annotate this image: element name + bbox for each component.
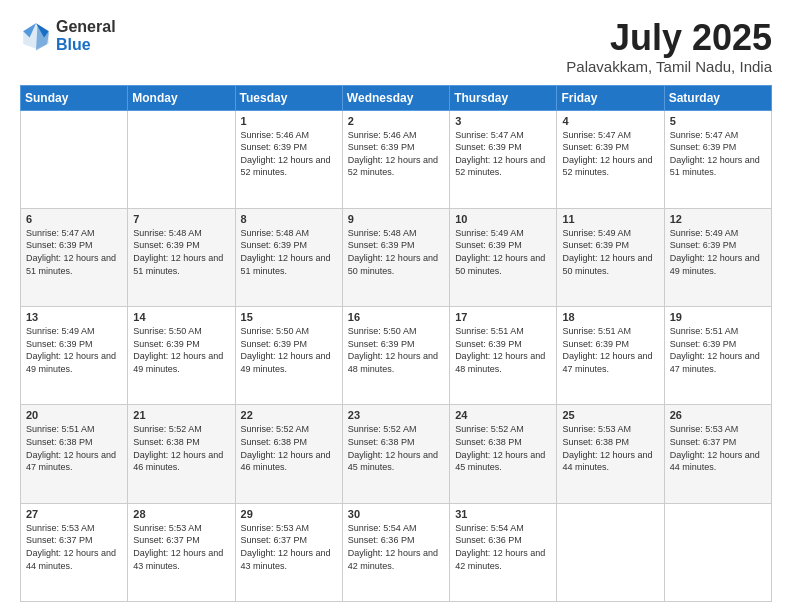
- calendar-cell: 15Sunrise: 5:50 AM Sunset: 6:39 PM Dayli…: [235, 307, 342, 405]
- day-info: Sunrise: 5:48 AM Sunset: 6:39 PM Dayligh…: [133, 227, 229, 277]
- day-info: Sunrise: 5:51 AM Sunset: 6:39 PM Dayligh…: [562, 325, 658, 375]
- calendar-cell: 9Sunrise: 5:48 AM Sunset: 6:39 PM Daylig…: [342, 208, 449, 306]
- calendar-cell: 13Sunrise: 5:49 AM Sunset: 6:39 PM Dayli…: [21, 307, 128, 405]
- calendar-cell: 31Sunrise: 5:54 AM Sunset: 6:36 PM Dayli…: [450, 503, 557, 601]
- day-number: 13: [26, 311, 122, 323]
- day-info: Sunrise: 5:51 AM Sunset: 6:38 PM Dayligh…: [26, 423, 122, 473]
- calendar-header-row: Sunday Monday Tuesday Wednesday Thursday…: [21, 85, 772, 110]
- day-number: 5: [670, 115, 766, 127]
- day-number: 19: [670, 311, 766, 323]
- col-header-sunday: Sunday: [21, 85, 128, 110]
- day-info: Sunrise: 5:49 AM Sunset: 6:39 PM Dayligh…: [26, 325, 122, 375]
- day-number: 30: [348, 508, 444, 520]
- calendar-week-row-1: 1Sunrise: 5:46 AM Sunset: 6:39 PM Daylig…: [21, 110, 772, 208]
- day-info: Sunrise: 5:47 AM Sunset: 6:39 PM Dayligh…: [26, 227, 122, 277]
- col-header-monday: Monday: [128, 85, 235, 110]
- day-info: Sunrise: 5:49 AM Sunset: 6:39 PM Dayligh…: [455, 227, 551, 277]
- day-info: Sunrise: 5:50 AM Sunset: 6:39 PM Dayligh…: [133, 325, 229, 375]
- day-info: Sunrise: 5:48 AM Sunset: 6:39 PM Dayligh…: [241, 227, 337, 277]
- day-number: 4: [562, 115, 658, 127]
- calendar-cell: [128, 110, 235, 208]
- calendar-table: Sunday Monday Tuesday Wednesday Thursday…: [20, 85, 772, 602]
- day-number: 17: [455, 311, 551, 323]
- day-info: Sunrise: 5:53 AM Sunset: 6:37 PM Dayligh…: [241, 522, 337, 572]
- calendar-cell: 2Sunrise: 5:46 AM Sunset: 6:39 PM Daylig…: [342, 110, 449, 208]
- calendar-cell: 25Sunrise: 5:53 AM Sunset: 6:38 PM Dayli…: [557, 405, 664, 503]
- day-info: Sunrise: 5:46 AM Sunset: 6:39 PM Dayligh…: [348, 129, 444, 179]
- logo-general-text: General: [56, 18, 116, 36]
- day-number: 22: [241, 409, 337, 421]
- calendar-cell: 28Sunrise: 5:53 AM Sunset: 6:37 PM Dayli…: [128, 503, 235, 601]
- day-number: 18: [562, 311, 658, 323]
- calendar-cell: 18Sunrise: 5:51 AM Sunset: 6:39 PM Dayli…: [557, 307, 664, 405]
- day-number: 31: [455, 508, 551, 520]
- calendar-week-row-2: 6Sunrise: 5:47 AM Sunset: 6:39 PM Daylig…: [21, 208, 772, 306]
- day-info: Sunrise: 5:50 AM Sunset: 6:39 PM Dayligh…: [348, 325, 444, 375]
- day-number: 10: [455, 213, 551, 225]
- calendar-cell: 24Sunrise: 5:52 AM Sunset: 6:38 PM Dayli…: [450, 405, 557, 503]
- day-info: Sunrise: 5:47 AM Sunset: 6:39 PM Dayligh…: [670, 129, 766, 179]
- calendar-cell: 8Sunrise: 5:48 AM Sunset: 6:39 PM Daylig…: [235, 208, 342, 306]
- calendar-cell: 10Sunrise: 5:49 AM Sunset: 6:39 PM Dayli…: [450, 208, 557, 306]
- calendar-cell: 1Sunrise: 5:46 AM Sunset: 6:39 PM Daylig…: [235, 110, 342, 208]
- day-number: 27: [26, 508, 122, 520]
- calendar-cell: 30Sunrise: 5:54 AM Sunset: 6:36 PM Dayli…: [342, 503, 449, 601]
- day-info: Sunrise: 5:50 AM Sunset: 6:39 PM Dayligh…: [241, 325, 337, 375]
- day-info: Sunrise: 5:52 AM Sunset: 6:38 PM Dayligh…: [133, 423, 229, 473]
- day-number: 2: [348, 115, 444, 127]
- calendar-cell: 19Sunrise: 5:51 AM Sunset: 6:39 PM Dayli…: [664, 307, 771, 405]
- day-number: 26: [670, 409, 766, 421]
- calendar-cell: [21, 110, 128, 208]
- calendar-week-row-5: 27Sunrise: 5:53 AM Sunset: 6:37 PM Dayli…: [21, 503, 772, 601]
- calendar-cell: 14Sunrise: 5:50 AM Sunset: 6:39 PM Dayli…: [128, 307, 235, 405]
- calendar-cell: 3Sunrise: 5:47 AM Sunset: 6:39 PM Daylig…: [450, 110, 557, 208]
- calendar-cell: 27Sunrise: 5:53 AM Sunset: 6:37 PM Dayli…: [21, 503, 128, 601]
- day-info: Sunrise: 5:49 AM Sunset: 6:39 PM Dayligh…: [670, 227, 766, 277]
- logo: General Blue: [20, 18, 116, 53]
- day-number: 25: [562, 409, 658, 421]
- day-number: 16: [348, 311, 444, 323]
- col-header-saturday: Saturday: [664, 85, 771, 110]
- month-year-title: July 2025: [566, 18, 772, 58]
- page: General Blue July 2025 Palavakkam, Tamil…: [0, 0, 792, 612]
- day-number: 1: [241, 115, 337, 127]
- col-header-tuesday: Tuesday: [235, 85, 342, 110]
- calendar-cell: [557, 503, 664, 601]
- day-number: 12: [670, 213, 766, 225]
- calendar-cell: 16Sunrise: 5:50 AM Sunset: 6:39 PM Dayli…: [342, 307, 449, 405]
- day-number: 11: [562, 213, 658, 225]
- calendar-cell: 12Sunrise: 5:49 AM Sunset: 6:39 PM Dayli…: [664, 208, 771, 306]
- day-info: Sunrise: 5:51 AM Sunset: 6:39 PM Dayligh…: [455, 325, 551, 375]
- calendar-cell: 21Sunrise: 5:52 AM Sunset: 6:38 PM Dayli…: [128, 405, 235, 503]
- day-number: 23: [348, 409, 444, 421]
- day-info: Sunrise: 5:53 AM Sunset: 6:37 PM Dayligh…: [133, 522, 229, 572]
- calendar-week-row-3: 13Sunrise: 5:49 AM Sunset: 6:39 PM Dayli…: [21, 307, 772, 405]
- calendar-cell: 20Sunrise: 5:51 AM Sunset: 6:38 PM Dayli…: [21, 405, 128, 503]
- day-number: 7: [133, 213, 229, 225]
- header: General Blue July 2025 Palavakkam, Tamil…: [20, 18, 772, 75]
- day-number: 20: [26, 409, 122, 421]
- day-number: 3: [455, 115, 551, 127]
- day-info: Sunrise: 5:53 AM Sunset: 6:37 PM Dayligh…: [670, 423, 766, 473]
- day-number: 21: [133, 409, 229, 421]
- calendar-cell: 11Sunrise: 5:49 AM Sunset: 6:39 PM Dayli…: [557, 208, 664, 306]
- col-header-thursday: Thursday: [450, 85, 557, 110]
- day-number: 28: [133, 508, 229, 520]
- day-info: Sunrise: 5:46 AM Sunset: 6:39 PM Dayligh…: [241, 129, 337, 179]
- day-info: Sunrise: 5:53 AM Sunset: 6:38 PM Dayligh…: [562, 423, 658, 473]
- col-header-friday: Friday: [557, 85, 664, 110]
- day-number: 14: [133, 311, 229, 323]
- day-info: Sunrise: 5:47 AM Sunset: 6:39 PM Dayligh…: [562, 129, 658, 179]
- logo-icon: [20, 20, 52, 52]
- col-header-wednesday: Wednesday: [342, 85, 449, 110]
- calendar-cell: 17Sunrise: 5:51 AM Sunset: 6:39 PM Dayli…: [450, 307, 557, 405]
- calendar-cell: 7Sunrise: 5:48 AM Sunset: 6:39 PM Daylig…: [128, 208, 235, 306]
- day-info: Sunrise: 5:47 AM Sunset: 6:39 PM Dayligh…: [455, 129, 551, 179]
- day-info: Sunrise: 5:49 AM Sunset: 6:39 PM Dayligh…: [562, 227, 658, 277]
- day-info: Sunrise: 5:54 AM Sunset: 6:36 PM Dayligh…: [455, 522, 551, 572]
- day-number: 6: [26, 213, 122, 225]
- calendar-week-row-4: 20Sunrise: 5:51 AM Sunset: 6:38 PM Dayli…: [21, 405, 772, 503]
- day-info: Sunrise: 5:52 AM Sunset: 6:38 PM Dayligh…: [455, 423, 551, 473]
- title-block: July 2025 Palavakkam, Tamil Nadu, India: [566, 18, 772, 75]
- calendar-cell: 5Sunrise: 5:47 AM Sunset: 6:39 PM Daylig…: [664, 110, 771, 208]
